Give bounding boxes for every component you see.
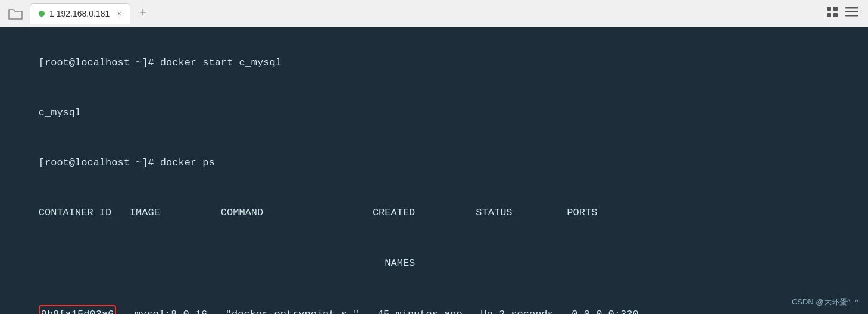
svg-rect-5: [845, 11, 858, 13]
add-tab-button[interactable]: +: [135, 6, 150, 21]
container-id-highlight: 9b8fa15d03a6: [39, 305, 116, 314]
tab-bar: 1 192.168.0.181 × +: [0, 0, 868, 27]
folder-icon[interactable]: [5, 3, 26, 24]
svg-rect-2: [827, 13, 831, 17]
terminal-line-3: [root@localhost ~]# docker ps: [14, 138, 854, 188]
tab-bar-right: [826, 6, 863, 21]
svg-rect-1: [833, 7, 838, 11]
svg-rect-6: [845, 15, 858, 17]
svg-rect-4: [845, 7, 858, 9]
grid-icon[interactable]: [826, 6, 838, 21]
menu-icon[interactable]: [845, 7, 858, 20]
terminal-line-2: c_mysql: [14, 88, 854, 138]
svg-rect-3: [833, 13, 838, 17]
watermark: CSDN @大环蛋^_^: [792, 296, 858, 308]
terminal-container-row: 9b8fa15d03a6 mysql:8.0.16 "docker-entryp…: [14, 288, 854, 314]
terminal-area[interactable]: [root@localhost ~]# docker start c_mysql…: [0, 27, 868, 314]
terminal-line-1: [root@localhost ~]# docker start c_mysql: [14, 38, 854, 88]
terminal-table-names-header: NAMES: [14, 238, 854, 288]
svg-rect-0: [827, 7, 831, 11]
tab-label: 1 192.168.0.181: [49, 9, 110, 18]
tab-close-button[interactable]: ×: [117, 9, 121, 18]
terminal-table-header: CONTAINER ID IMAGE COMMAND CREATED STATU…: [14, 188, 854, 238]
tab-status-dot: [39, 11, 45, 17]
terminal-tab[interactable]: 1 192.168.0.181 ×: [30, 3, 130, 24]
